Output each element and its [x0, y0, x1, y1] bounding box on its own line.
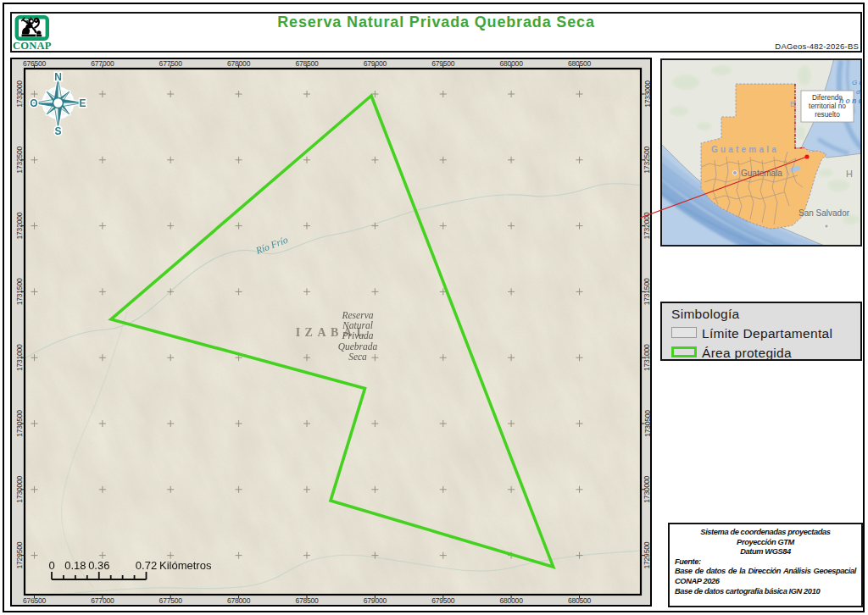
svg-text:San Salvador: San Salvador [798, 208, 850, 218]
svg-text:Guatemala: Guatemala [711, 145, 779, 154]
svg-text:resuelto: resuelto [815, 110, 840, 119]
svg-text:Privada: Privada [341, 330, 373, 341]
svg-text:N: N [54, 71, 62, 83]
svg-text:O: O [30, 97, 37, 109]
svg-text:Natural: Natural [342, 320, 373, 330]
svg-text:Kilómetros: Kilómetros [159, 559, 212, 572]
svg-text:H o: H o [846, 169, 862, 179]
svg-text:0: 0 [48, 559, 54, 572]
svg-text:h o n d: h o n d [839, 97, 862, 105]
svg-text:d: d [856, 88, 860, 96]
svg-text:0.36: 0.36 [88, 559, 109, 572]
svg-text:0.18: 0.18 [64, 559, 86, 572]
svg-text:Diferendo: Diferendo [812, 93, 843, 102]
svg-text:CONAP: CONAP [13, 40, 52, 52]
svg-text:B: B [790, 100, 795, 108]
svg-text:0.72: 0.72 [136, 559, 157, 572]
svg-text:S: S [54, 125, 61, 137]
svg-text:Guatemala: Guatemala [741, 169, 782, 178]
svg-text:Seca: Seca [348, 352, 367, 362]
svg-text:E: E [79, 97, 86, 109]
svg-text:Quebrada: Quebrada [338, 341, 378, 352]
svg-text:Reserva: Reserva [341, 310, 373, 320]
